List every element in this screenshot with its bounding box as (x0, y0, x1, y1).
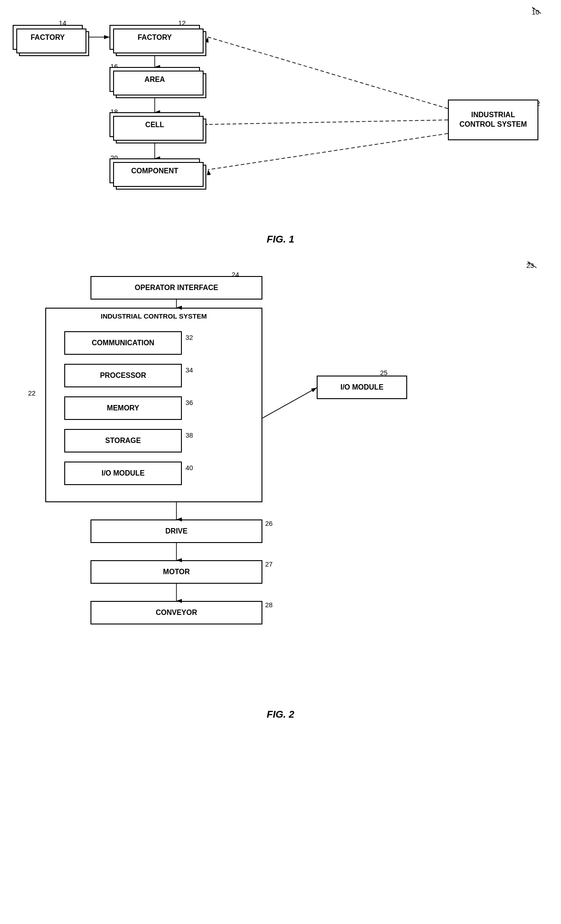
fig2-caption: FIG. 2 (266, 709, 294, 720)
fig2-diagram: 23 OPERATOR INTERFACE 24 INDUSTRIAL CONT… (0, 253, 561, 729)
svg-line-22 (262, 388, 317, 418)
ref-22-fig2: 22 (28, 389, 36, 397)
ref-27: 27 (265, 560, 273, 568)
svg-marker-1 (532, 7, 535, 10)
ref-32: 32 (185, 333, 193, 341)
io-module-inner-box: I/O MODULE (64, 462, 182, 485)
svg-marker-14 (528, 262, 530, 264)
motor-box: MOTOR (90, 560, 262, 584)
svg-line-11 (208, 120, 448, 124)
cell-box: CELL (109, 112, 200, 137)
memory-box: MEMORY (64, 396, 182, 420)
ref23-arrow (524, 260, 537, 269)
component-box: COMPONENT (109, 158, 200, 183)
ref-40: 40 (185, 464, 193, 472)
factory-left-box: FACTORY (13, 25, 83, 50)
processor-box: PROCESSOR (64, 364, 182, 387)
ref-26: 26 (265, 519, 273, 527)
storage-box: STORAGE (64, 429, 182, 452)
fig1-diagram: 10 FACTORY 14 FACTORY 12 AREA 16 CELL 18… (0, 0, 561, 253)
area-box: AREA (109, 67, 200, 92)
svg-line-12 (208, 133, 448, 170)
ref-28: 28 (265, 601, 273, 609)
ics-outer-box: INDUSTRIAL CONTROL SYSTEM COMMUNICATION … (45, 308, 262, 502)
fig1-caption: FIG. 1 (266, 233, 294, 245)
factory-top-box: FACTORY (109, 25, 200, 50)
communication-box: COMMUNICATION (64, 331, 182, 355)
conveyor-box: CONVEYOR (90, 601, 262, 624)
ref10-arrow (528, 5, 542, 14)
ref-34: 34 (185, 366, 193, 374)
ref-25: 25 (380, 369, 388, 376)
ref-36: 36 (185, 399, 193, 406)
ref-38: 38 (185, 431, 193, 439)
operator-interface-box: OPERATOR INTERFACE (90, 276, 262, 300)
io-module-outer-box: I/O MODULE (317, 376, 407, 399)
svg-line-10 (208, 37, 448, 109)
drive-box: DRIVE (90, 519, 262, 543)
ics-box: INDUSTRIAL CONTROL SYSTEM (448, 100, 538, 140)
ref-24: 24 (232, 271, 239, 278)
